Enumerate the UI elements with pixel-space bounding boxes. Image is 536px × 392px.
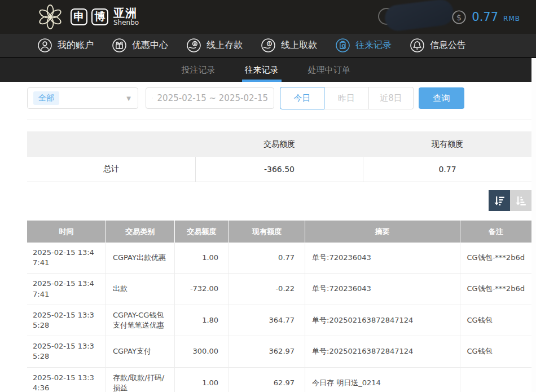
- summary-header-trade-amount: 交易额度: [195, 131, 363, 157]
- cell-summary: 单号:202502163872847124: [305, 336, 460, 367]
- cell-trade-amount: 1.80: [174, 305, 229, 336]
- summary-table: 交易额度 现有额度 总计 -366.50 0.77: [27, 131, 531, 182]
- nav-item-deposit[interactable]: 线上存款: [186, 38, 243, 53]
- table-row: 2025-02-15 13:34:36存款/取款/打码/损益1.0062.97今…: [27, 367, 531, 392]
- cell-summary: 单号:720236043: [305, 274, 460, 305]
- nav-label: 线上取款: [281, 39, 317, 51]
- date-range-value: 2025-02-15 ~ 2025-02-15: [157, 93, 268, 103]
- date-range-picker[interactable]: 2025-02-15 ~ 2025-02-15: [146, 87, 274, 109]
- cell-current-amount: 62.97: [229, 367, 305, 392]
- query-button[interactable]: 查询: [419, 87, 464, 109]
- cell-category: CGPAY出款优惠: [106, 243, 174, 274]
- svg-text:$: $: [456, 12, 462, 22]
- scrollbar-track[interactable]: [531, 58, 536, 392]
- header-remark: 备注: [460, 221, 531, 243]
- cell-remark: CG钱包: [460, 336, 531, 367]
- transactions-table: 时间 交易类别 交易额度 现有额度 摘要 备注 2025-02-15 13:47…: [27, 221, 531, 392]
- summary-total-row: 总计 -366.50 0.77: [27, 157, 531, 182]
- summary-current-amount-value: 0.77: [363, 157, 531, 182]
- redacted-account-info: [384, 0, 455, 32]
- summary-header-row: 交易额度 现有额度: [27, 131, 531, 157]
- category-dropdown[interactable]: 全部 ▼: [27, 87, 138, 109]
- cell-category: CGPAY-CG钱包支付笔笔送优惠: [106, 305, 174, 336]
- tab-transaction-records[interactable]: 往来记录: [243, 58, 280, 82]
- main-content: 全部 ▼ 2025-02-15 ~ 2025-02-15 今日 昨日 近8日 查…: [0, 82, 536, 392]
- cell-summary: 单号:720236043: [305, 243, 460, 274]
- table-row: 2025-02-15 13:35:28CGPAY支付300.00362.97单号…: [27, 336, 531, 367]
- tab-pending-orders[interactable]: 处理中订单: [306, 58, 352, 82]
- summary-trade-amount-value: -366.50: [195, 157, 363, 182]
- cell-remark: CG钱包-***2b6d: [460, 274, 531, 305]
- cell-time: 2025-02-15 13:35:28: [27, 336, 106, 367]
- range-button-last8days[interactable]: 近8日: [369, 87, 414, 109]
- range-button-yesterday[interactable]: 昨日: [324, 87, 369, 109]
- cell-trade-amount: 1.00: [174, 367, 229, 392]
- nav-label: 优惠中心: [132, 39, 168, 51]
- sort-desc-icon: [493, 195, 506, 207]
- cell-time: 2025-02-15 13:47:41: [27, 243, 106, 274]
- cell-remark: [460, 367, 531, 392]
- cell-summary: 今日存 明日送_0214: [305, 367, 460, 392]
- cell-remark: CG钱包: [460, 305, 531, 336]
- cell-category: CGPAY支付: [106, 336, 174, 367]
- cell-trade-amount: 300.00: [174, 336, 229, 367]
- tab-label: 往来记录: [245, 65, 279, 76]
- summary-total-label: 总计: [27, 157, 195, 182]
- nav-label: 信息公告: [430, 39, 466, 51]
- category-selected-chip: 全部: [33, 91, 59, 105]
- table-row: 2025-02-15 13:47:41出款-732.00-0.22单号:7202…: [27, 274, 531, 305]
- cell-remark: CG钱包-***2b6d: [460, 243, 531, 274]
- dollar-coin-icon: $: [451, 10, 467, 25]
- brand-logo[interactable]: 申 博 亚洲 Shenbo: [35, 2, 139, 32]
- balance-display[interactable]: $ 0.77 RMB: [451, 0, 520, 34]
- records-icon: [335, 38, 350, 53]
- table-row: 2025-02-15 13:35:28CGPAY-CG钱包支付笔笔送优惠1.80…: [27, 305, 531, 336]
- tab-label: 处理中订单: [308, 65, 350, 76]
- sort-asc-icon: [515, 195, 527, 207]
- bell-icon: [410, 38, 425, 53]
- gift-icon: [112, 38, 127, 53]
- nav-item-withdraw[interactable]: $ 线上取款: [261, 38, 317, 53]
- cell-current-amount: 364.77: [229, 305, 305, 336]
- nav-item-announcements[interactable]: 信息公告: [410, 38, 466, 53]
- nav-label: 我的账户: [58, 39, 94, 51]
- header-trade-amount: 交易额度: [174, 221, 229, 243]
- sort-ascending-button[interactable]: [510, 190, 531, 211]
- summary-header-current-amount: 现有额度: [363, 131, 531, 157]
- main-navigation: 我的账户 优惠中心 线上存款 $ 线上取款 往来记录: [0, 34, 536, 58]
- balance-amount: 0.77: [472, 10, 498, 24]
- header-current-amount: 现有额度: [229, 221, 305, 243]
- header-summary: 摘要: [305, 221, 460, 243]
- tab-betting-records[interactable]: 投注记录: [180, 58, 217, 82]
- nav-item-my-account[interactable]: 我的账户: [37, 38, 94, 53]
- nav-item-promotions[interactable]: 优惠中心: [112, 38, 168, 53]
- logo-en-text: Shenbo: [113, 19, 139, 27]
- sort-controls: [27, 190, 531, 211]
- calendar-icon: [152, 93, 153, 103]
- cell-category: 存款/取款/打码/损益: [106, 367, 174, 392]
- cell-summary: 单号:202502163872847124: [305, 305, 460, 336]
- cell-current-amount: -0.22: [229, 274, 305, 305]
- nav-item-transaction-records[interactable]: 往来记录: [335, 38, 392, 53]
- cell-trade-amount: -732.00: [174, 274, 229, 305]
- cell-current-amount: 0.77: [229, 243, 305, 274]
- record-subtabs: 投注记录 往来记录 处理中订单: [0, 58, 531, 82]
- tab-label: 投注记录: [182, 65, 216, 76]
- cell-category: 出款: [106, 274, 174, 305]
- nav-label: 往来记录: [355, 39, 392, 51]
- nav-label: 线上存款: [207, 39, 243, 51]
- withdraw-icon: $: [261, 38, 276, 53]
- summary-header-blank: [27, 131, 195, 157]
- range-button-today[interactable]: 今日: [280, 87, 324, 109]
- flower-logo-icon: [35, 2, 65, 32]
- quick-range-group: 今日 昨日 近8日: [280, 87, 414, 109]
- cell-time: 2025-02-15 13:34:36: [27, 367, 106, 392]
- logo-char-shen: 申: [71, 8, 87, 25]
- logo-region-text: 亚洲: [113, 7, 139, 19]
- table-row: 2025-02-15 13:47:41CGPAY出款优惠1.000.77单号:7…: [27, 243, 531, 274]
- sort-descending-button[interactable]: [489, 190, 510, 211]
- filter-toolbar: 全部 ▼ 2025-02-15 ~ 2025-02-15 今日 昨日 近8日 查…: [27, 82, 531, 120]
- transactions-tbody: 2025-02-15 13:47:41CGPAY出款优惠1.000.77单号:7…: [27, 243, 531, 392]
- cell-trade-amount: 1.00: [174, 243, 229, 274]
- deposit-icon: [186, 38, 201, 53]
